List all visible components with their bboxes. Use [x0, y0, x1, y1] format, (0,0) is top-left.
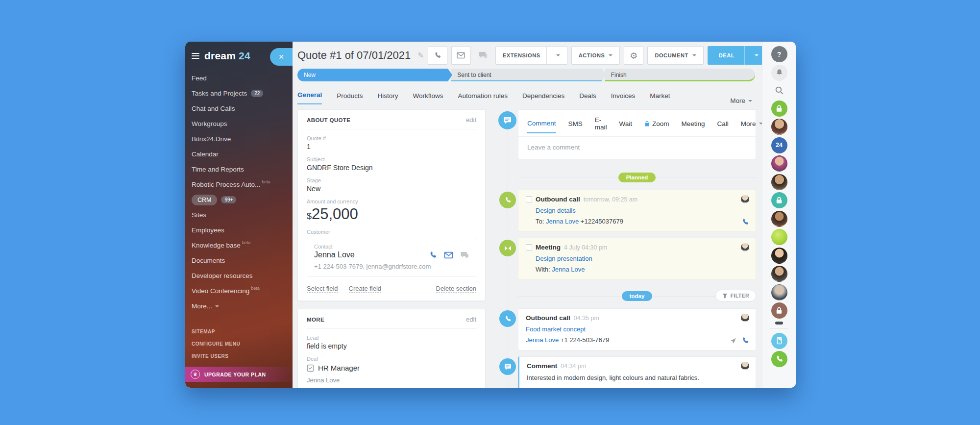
- actions-button[interactable]: ACTIONS: [571, 46, 620, 65]
- sidebar-item-time-reports[interactable]: Time and Reports: [192, 162, 293, 177]
- quote-number-value[interactable]: 1: [307, 143, 476, 150]
- notifications-button[interactable]: [771, 65, 787, 81]
- call-now-icon[interactable]: [741, 218, 749, 226]
- extensions-button[interactable]: EXTENSIONS: [495, 46, 567, 65]
- sitemap-link[interactable]: SITEMAP: [192, 325, 240, 338]
- menu-hamburger-icon[interactable]: [192, 53, 199, 59]
- sidebar-item-video-conferencing[interactable]: Video Conferencingbeta: [192, 283, 293, 299]
- tab-history[interactable]: History: [378, 92, 398, 104]
- composer-tab-wait[interactable]: Wait: [619, 120, 633, 133]
- edit-title-icon[interactable]: ✎: [417, 51, 424, 60]
- complete-checkbox[interactable]: [526, 196, 532, 202]
- tab-more[interactable]: More: [730, 97, 752, 104]
- activity-subject-link[interactable]: Food market concept: [526, 325, 748, 333]
- composer-tab-comment[interactable]: Comment: [527, 120, 556, 133]
- call-contact-button[interactable]: [429, 251, 437, 259]
- avatar[interactable]: [771, 248, 787, 264]
- sidebar-item-sites[interactable]: Sites: [192, 207, 293, 223]
- avatar[interactable]: [771, 229, 787, 245]
- stage-sent-to-client[interactable]: Sent to client: [451, 69, 601, 81]
- comment-input[interactable]: [518, 137, 756, 159]
- tab-deals[interactable]: Deals: [579, 92, 596, 104]
- sidebar-item-feed[interactable]: Feed: [192, 71, 293, 86]
- search-button[interactable]: [775, 83, 784, 98]
- tab-general[interactable]: General: [297, 91, 322, 104]
- sidebar-item-workgroups[interactable]: Workgroups: [192, 116, 293, 131]
- chat-button[interactable]: [475, 46, 491, 65]
- avatar[interactable]: [771, 266, 787, 282]
- delete-section-link[interactable]: Delete section: [436, 285, 476, 293]
- deal-button[interactable]: DEAL: [708, 46, 765, 65]
- avatar[interactable]: [771, 119, 787, 135]
- lead-value[interactable]: field is empty: [307, 342, 476, 350]
- deal-contact-partial[interactable]: Jenna Love: [307, 376, 476, 384]
- tab-automation-rules[interactable]: Automation rules: [458, 92, 508, 104]
- sidebar-item-employees[interactable]: Employees: [192, 223, 293, 238]
- sidebar-item-dev-resources[interactable]: Developer resources: [192, 268, 293, 283]
- deal-dropdown[interactable]: [744, 46, 764, 65]
- private-chat-lock-icon[interactable]: [771, 100, 787, 117]
- create-field-link[interactable]: Create field: [349, 285, 381, 293]
- stage-value[interactable]: New: [307, 185, 476, 193]
- about-edit-link[interactable]: edit: [466, 116, 476, 124]
- activity-subject-link[interactable]: Design presentation: [536, 255, 748, 262]
- timeline-entry[interactable]: Outbound call 04:35 pm Food market conce…: [518, 308, 756, 350]
- deal-value-link[interactable]: HR Manager: [318, 364, 360, 372]
- upgrade-plan-button[interactable]: ♛ UPGRADE YOUR PLAN: [185, 367, 293, 382]
- tab-invoices[interactable]: Invoices: [611, 92, 636, 104]
- avatar[interactable]: [771, 155, 787, 172]
- collapse-handle[interactable]: [775, 322, 783, 325]
- more-edit-link[interactable]: edit: [466, 316, 476, 323]
- sidebar-item-rpa[interactable]: Robotic Process Auto...beta: [192, 177, 293, 192]
- person-link[interactable]: Jenna Love: [546, 218, 579, 225]
- composer-tab-meeting[interactable]: Meeting: [682, 120, 705, 133]
- invite-users-link[interactable]: INVITE USERS: [192, 350, 240, 362]
- stage-new[interactable]: New: [297, 69, 448, 81]
- sidebar-item-knowledge-base[interactable]: Knowledge basebeta: [192, 238, 293, 253]
- stage-finish[interactable]: Finish: [605, 69, 755, 81]
- avatar[interactable]: [771, 211, 787, 227]
- tab-products[interactable]: Products: [337, 92, 363, 104]
- call-now-icon[interactable]: [741, 337, 749, 345]
- document-button[interactable]: DOCUMENT: [647, 46, 703, 65]
- pin-icon[interactable]: [730, 337, 736, 344]
- tab-market[interactable]: Market: [650, 92, 670, 104]
- email-button[interactable]: [451, 46, 471, 65]
- composer-tab-sms[interactable]: SMS: [568, 120, 583, 133]
- logo[interactable]: dream 24: [204, 50, 250, 62]
- chat-contact-button[interactable]: [460, 251, 469, 259]
- private-chat-lock-icon[interactable]: [771, 302, 787, 319]
- complete-checkbox[interactable]: [526, 244, 532, 250]
- sidebar-item-drive[interactable]: Bitrix24.Drive: [192, 131, 293, 147]
- sidebar-item-chat[interactable]: Chat and Calls: [192, 101, 293, 116]
- activity-subject-link[interactable]: Design details: [536, 207, 748, 214]
- sidebar-collapse-button[interactable]: ✕: [270, 48, 293, 66]
- timeline-entry[interactable]: Comment 04:34 pm Interested in modern de…: [518, 356, 756, 388]
- call-button[interactable]: [428, 46, 447, 65]
- composer-tab-zoom[interactable]: Zoom: [644, 120, 669, 133]
- settings-button[interactable]: ⚙: [624, 46, 643, 65]
- composer-tab-email[interactable]: E-mail: [595, 116, 607, 136]
- person-link[interactable]: Jenna Love: [526, 336, 559, 344]
- composer-tab-more[interactable]: More: [741, 120, 762, 133]
- avatar[interactable]: [771, 174, 787, 190]
- subject-value[interactable]: GNDRF Store Design: [307, 164, 476, 172]
- select-field-link[interactable]: Select field: [307, 285, 338, 293]
- email-contact-button[interactable]: [444, 251, 453, 259]
- telephony-button[interactable]: [771, 351, 787, 367]
- avatar[interactable]: [771, 284, 787, 300]
- configure-menu-link[interactable]: CONFIGURE MENU: [192, 338, 240, 350]
- mobile-app-button[interactable]: [771, 333, 787, 349]
- person-link[interactable]: Jenna Love: [552, 266, 585, 273]
- tab-workflows[interactable]: Workflows: [413, 92, 443, 104]
- help-button[interactable]: ?: [771, 46, 787, 62]
- sidebar-item-crm[interactable]: CRM99+: [192, 192, 293, 207]
- amount-value[interactable]: $25,000: [307, 205, 476, 223]
- sidebar-item-more[interactable]: More...: [192, 299, 293, 314]
- bitrix24-chat-badge[interactable]: 24: [771, 137, 787, 153]
- composer-tab-call[interactable]: Call: [717, 120, 729, 133]
- sidebar-item-calendar[interactable]: Calendar: [192, 147, 293, 162]
- filter-button[interactable]: FILTER: [715, 290, 756, 301]
- sidebar-item-tasks[interactable]: Tasks and Projects22: [192, 86, 293, 101]
- timeline-entry[interactable]: Outbound call tomorrow, 09:25 am Design …: [518, 190, 756, 232]
